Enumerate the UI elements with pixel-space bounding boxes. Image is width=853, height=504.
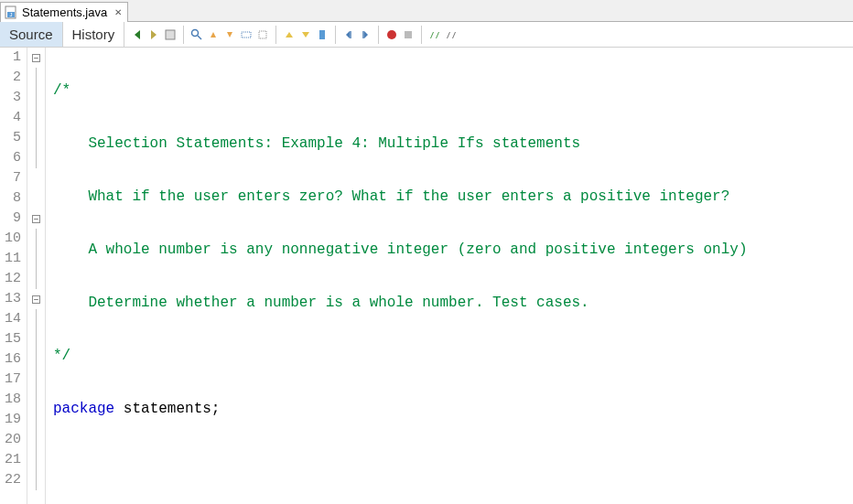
next-bookmark-icon[interactable]: [298, 27, 313, 42]
svg-point-19: [387, 30, 396, 39]
fold-toggle-icon[interactable]: −: [32, 54, 40, 62]
fold-guide: [36, 229, 37, 249]
fold-guide: [36, 309, 37, 329]
stop-macro-icon[interactable]: [401, 27, 416, 42]
shift-left-icon[interactable]: [341, 27, 356, 42]
line-number: 18: [0, 390, 21, 410]
line-number: 4: [0, 108, 21, 128]
toolbar: [124, 26, 459, 44]
line-number: 3: [0, 88, 21, 108]
select-in-icon[interactable]: [163, 27, 178, 42]
toggle-highlight-icon[interactable]: [239, 27, 254, 42]
line-number: 7: [0, 168, 21, 188]
line-number: 15: [0, 329, 21, 349]
fold-guide: [36, 249, 37, 269]
line-number: 21: [0, 450, 21, 470]
svg-marker-3: [135, 30, 140, 39]
svg-text:J: J: [10, 12, 13, 17]
fold-guide: [36, 370, 37, 390]
svg-marker-13: [302, 32, 309, 38]
uncomment-icon[interactable]: [444, 27, 459, 42]
line-number: 19: [0, 410, 21, 430]
find-prev-icon[interactable]: [206, 27, 221, 42]
line-number: 2: [0, 68, 21, 88]
file-tab-bar: J Statements.java ✕: [0, 0, 853, 22]
line-number: 11: [0, 249, 21, 269]
file-tab[interactable]: J Statements.java ✕: [0, 2, 128, 22]
find-next-icon[interactable]: [222, 27, 237, 42]
svg-marker-8: [211, 32, 216, 38]
toggle-rect-select-icon[interactable]: [255, 27, 270, 42]
prev-bookmark-icon[interactable]: [282, 27, 297, 42]
tab-source[interactable]: Source: [0, 22, 63, 47]
fold-column: −−−: [27, 48, 46, 504]
line-number: 6: [0, 148, 21, 168]
line-number: 22: [0, 470, 21, 490]
line-number: 5: [0, 128, 21, 148]
fold-guide: [36, 148, 37, 168]
svg-rect-20: [405, 31, 412, 38]
comment-icon[interactable]: [427, 27, 442, 42]
editor-area: 12345678910111213141516171819202122 −−− …: [0, 48, 853, 504]
tab-history[interactable]: History: [63, 22, 125, 47]
svg-rect-14: [319, 30, 325, 39]
line-number: 8: [0, 188, 21, 209]
svg-marker-9: [227, 32, 232, 38]
fold-guide: [36, 329, 37, 349]
fold-guide: [36, 128, 37, 148]
svg-marker-15: [346, 31, 350, 38]
line-number: 20: [0, 430, 21, 450]
fold-guide: [36, 269, 37, 289]
nav-forward-icon[interactable]: [146, 27, 161, 42]
svg-rect-5: [166, 30, 175, 39]
close-icon[interactable]: ✕: [114, 7, 122, 17]
line-number: 9: [0, 209, 21, 229]
subtab-row: Source History: [0, 22, 853, 48]
fold-guide: [36, 430, 37, 450]
line-number: 1: [0, 48, 21, 68]
fold-guide: [36, 390, 37, 410]
code-area[interactable]: /* Selection Statements: Example 4: Mult…: [46, 48, 853, 504]
line-number-gutter: 12345678910111213141516171819202122: [0, 48, 27, 504]
svg-line-7: [198, 36, 201, 39]
file-tab-title: Statements.java: [22, 5, 107, 19]
nav-back-icon[interactable]: [130, 27, 145, 42]
line-number: 10: [0, 229, 21, 249]
svg-rect-11: [259, 31, 266, 38]
fold-guide: [36, 410, 37, 430]
fold-toggle-icon[interactable]: −: [32, 215, 40, 223]
shift-right-icon[interactable]: [358, 27, 373, 42]
fold-guide: [36, 349, 37, 370]
fold-guide: [36, 68, 37, 88]
svg-marker-12: [286, 32, 293, 38]
svg-marker-17: [364, 31, 368, 38]
line-number: 14: [0, 309, 21, 329]
fold-guide: [36, 108, 37, 128]
line-number: 13: [0, 289, 21, 309]
svg-point-6: [192, 29, 199, 36]
svg-marker-4: [151, 30, 157, 39]
line-number: 17: [0, 370, 21, 390]
line-number: 12: [0, 269, 21, 289]
svg-rect-10: [242, 32, 251, 38]
fold-guide: [36, 88, 37, 108]
fold-guide: [36, 450, 37, 470]
fold-guide: [36, 470, 37, 490]
fold-toggle-icon[interactable]: −: [32, 295, 40, 304]
find-selection-icon[interactable]: [189, 27, 204, 42]
line-number: 16: [0, 349, 21, 370]
toggle-bookmark-icon[interactable]: [315, 27, 329, 42]
java-file-icon: J: [5, 5, 18, 19]
start-macro-icon[interactable]: [384, 27, 399, 42]
